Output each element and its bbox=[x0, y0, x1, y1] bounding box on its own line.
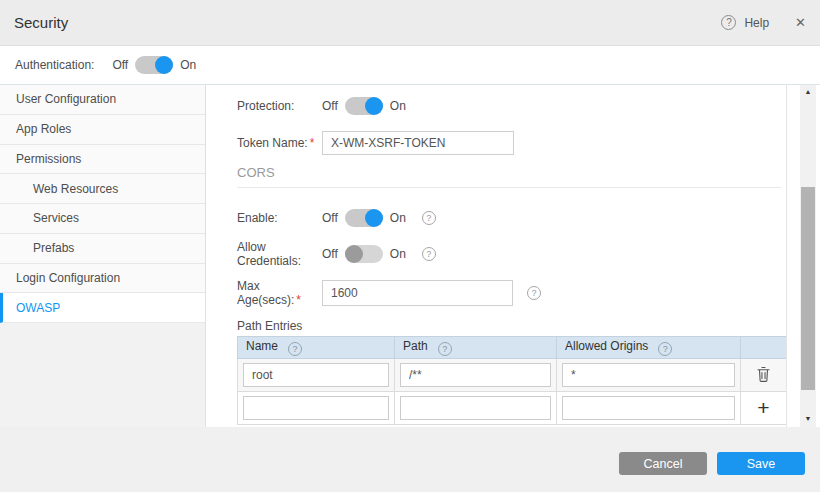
allow-credentials-off-label: Off bbox=[322, 247, 338, 261]
row1-name-input[interactable] bbox=[243, 363, 389, 387]
trash-icon bbox=[756, 366, 771, 382]
allow-credentials-row: Allow Credentials: Off On ? bbox=[237, 244, 786, 264]
token-name-row: Token Name:* bbox=[237, 131, 786, 155]
help-link[interactable]: Help bbox=[744, 16, 769, 30]
actions-column-header bbox=[741, 337, 787, 359]
column-header-path: Path bbox=[403, 339, 428, 353]
enable-on-label: On bbox=[390, 211, 406, 225]
cancel-button[interactable]: Cancel bbox=[619, 452, 707, 475]
row2-path-input[interactable] bbox=[400, 396, 551, 420]
security-dialog: Security ? Help ✕ Authentication: Off On… bbox=[0, 0, 820, 492]
token-name-input[interactable] bbox=[322, 131, 514, 155]
enable-off-label: Off bbox=[322, 211, 338, 225]
table-row bbox=[238, 359, 787, 392]
delete-row-button[interactable] bbox=[756, 366, 771, 385]
row1-path-input[interactable] bbox=[400, 363, 551, 387]
required-asterisk: * bbox=[296, 293, 301, 307]
section-divider bbox=[237, 187, 781, 188]
dialog-header: Security ? Help ✕ bbox=[0, 0, 820, 46]
sidebar-item-permissions[interactable]: Permissions bbox=[0, 145, 205, 175]
max-age-row: Max Age(secs):* ? bbox=[237, 280, 786, 306]
column-header-allowed-origins: Allowed Origins bbox=[565, 339, 648, 353]
table-header-row: Name? Path? Allowed Origins? bbox=[238, 337, 787, 359]
main-region: User Configuration App Roles Permissions… bbox=[0, 84, 820, 427]
authentication-off-label: Off bbox=[112, 58, 128, 72]
path-entries-table: Name? Path? Allowed Origins? + bbox=[237, 336, 787, 425]
sidebar-item-login-configuration[interactable]: Login Configuration bbox=[0, 264, 205, 294]
sidebar-item-user-configuration[interactable]: User Configuration bbox=[0, 85, 205, 115]
enable-label: Enable: bbox=[237, 211, 322, 225]
protection-on-label: On bbox=[390, 99, 406, 113]
header-actions: ? Help ✕ bbox=[721, 15, 806, 30]
enable-help-icon[interactable]: ? bbox=[422, 211, 436, 225]
allow-credentials-on-label: On bbox=[390, 247, 406, 261]
sidebar: User Configuration App Roles Permissions… bbox=[0, 85, 206, 427]
toggle-knob bbox=[155, 56, 173, 74]
scroll-up-arrow-icon[interactable]: ▲ bbox=[800, 85, 816, 99]
toggle-knob bbox=[365, 97, 383, 115]
row2-allowed-origins-input[interactable] bbox=[562, 396, 735, 420]
cors-enable-row: Enable: Off On ? bbox=[237, 208, 786, 228]
allow-credentials-label: Allow Credentials: bbox=[237, 240, 322, 268]
allow-credentials-toggle[interactable] bbox=[345, 245, 383, 263]
authentication-toggle[interactable] bbox=[135, 56, 173, 74]
row1-allowed-origins-input[interactable] bbox=[562, 363, 735, 387]
close-icon[interactable]: ✕ bbox=[795, 15, 806, 30]
save-button[interactable]: Save bbox=[717, 452, 805, 475]
sidebar-item-web-resources[interactable]: Web Resources bbox=[0, 174, 205, 204]
help-icon[interactable]: ? bbox=[721, 15, 736, 30]
table-row: + bbox=[238, 392, 787, 425]
protection-label: Protection: bbox=[237, 99, 322, 113]
protection-row: Protection: Off On bbox=[237, 96, 786, 116]
allow-credentials-help-icon[interactable]: ? bbox=[422, 247, 436, 261]
sidebar-item-services[interactable]: Services bbox=[0, 204, 205, 234]
token-name-label: Token Name: bbox=[237, 136, 308, 150]
authentication-toggle-group: Off On bbox=[112, 56, 196, 74]
sidebar-item-prefabs[interactable]: Prefabs bbox=[0, 234, 205, 264]
name-column-help-icon[interactable]: ? bbox=[288, 342, 302, 356]
sidebar-item-owasp[interactable]: OWASP bbox=[0, 293, 205, 323]
required-asterisk: * bbox=[310, 136, 315, 150]
cors-section-title: CORS bbox=[237, 165, 786, 180]
max-age-help-icon[interactable]: ? bbox=[527, 286, 541, 300]
path-column-help-icon[interactable]: ? bbox=[438, 342, 452, 356]
protection-toggle[interactable] bbox=[345, 97, 383, 115]
toggle-knob bbox=[365, 209, 383, 227]
authentication-label: Authentication: bbox=[15, 58, 94, 72]
page-title: Security bbox=[14, 14, 68, 31]
enable-toggle[interactable] bbox=[345, 209, 383, 227]
max-age-label: Max Age(secs): bbox=[237, 279, 294, 307]
scroll-down-arrow-icon[interactable]: ▼ bbox=[800, 412, 816, 426]
authentication-on-label: On bbox=[180, 58, 196, 72]
allowed-origins-column-help-icon[interactable]: ? bbox=[658, 342, 672, 356]
max-age-input[interactable] bbox=[322, 280, 513, 306]
vertical-scrollbar[interactable]: ▲ ▼ bbox=[800, 85, 816, 427]
dialog-footer: Cancel Save bbox=[0, 427, 820, 492]
toggle-knob bbox=[345, 245, 363, 263]
protection-off-label: Off bbox=[322, 99, 338, 113]
path-entries-label: Path Entries bbox=[237, 319, 786, 333]
owasp-settings-panel: Protection: Off On Token Name:* CORS Ena… bbox=[206, 85, 787, 427]
row2-name-input[interactable] bbox=[243, 396, 389, 420]
column-header-name: Name bbox=[246, 339, 278, 353]
scrollbar-thumb[interactable] bbox=[801, 187, 815, 390]
sidebar-item-app-roles[interactable]: App Roles bbox=[0, 115, 205, 145]
authentication-bar: Authentication: Off On bbox=[0, 46, 820, 84]
add-row-button[interactable]: + bbox=[757, 398, 769, 418]
